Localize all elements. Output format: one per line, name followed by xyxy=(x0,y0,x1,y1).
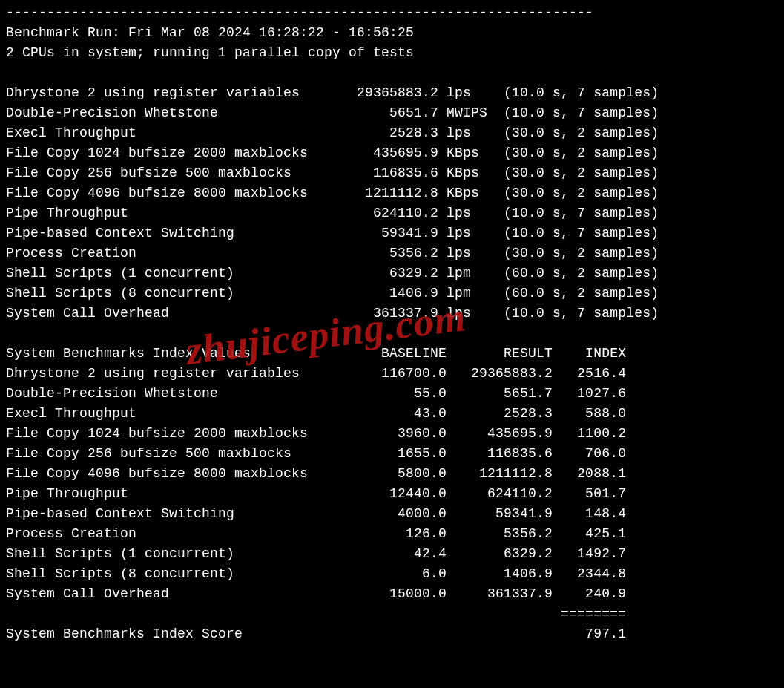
terminal-output: ----------------------------------------… xyxy=(0,0,784,647)
